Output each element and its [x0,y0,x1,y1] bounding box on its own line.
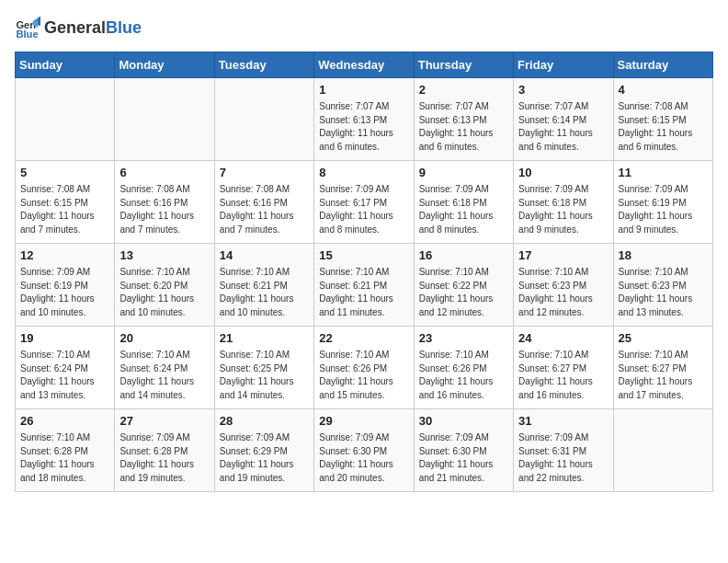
calendar-cell: 12Sunrise: 7:09 AM Sunset: 6:19 PM Dayli… [16,244,115,327]
calendar-cell: 5Sunrise: 7:08 AM Sunset: 6:15 PM Daylig… [16,161,115,244]
day-number: 26 [20,413,109,430]
day-number: 30 [419,413,508,430]
day-number: 9 [419,165,508,181]
cell-info: Sunrise: 7:09 AM Sunset: 6:28 PM Dayligh… [119,431,209,485]
calendar-cell: 28Sunrise: 7:09 AM Sunset: 6:29 PM Dayli… [214,409,313,492]
day-number: 20 [119,330,209,347]
calendar-cell [613,409,712,492]
calendar-cell: 4Sunrise: 7:08 AM Sunset: 6:15 PM Daylig… [613,78,712,161]
day-number: 31 [518,413,608,430]
calendar-table: SundayMondayTuesdayWednesdayThursdayFrid… [15,52,713,492]
cell-info: Sunrise: 7:07 AM Sunset: 6:14 PM Dayligh… [518,100,608,154]
day-number: 12 [20,247,109,264]
cell-info: Sunrise: 7:09 AM Sunset: 6:29 PM Dayligh… [220,431,309,485]
calendar-cell: 15Sunrise: 7:10 AM Sunset: 6:21 PM Dayli… [314,244,414,327]
day-number: 8 [319,165,408,181]
calendar-cell: 26Sunrise: 7:10 AM Sunset: 6:28 PM Dayli… [16,409,115,492]
day-number: 2 [419,82,508,98]
week-row-5: 26Sunrise: 7:10 AM Sunset: 6:28 PM Dayli… [16,409,713,492]
cell-info: Sunrise: 7:07 AM Sunset: 6:13 PM Dayligh… [419,100,508,154]
header-saturday: Saturday [613,52,712,78]
week-row-2: 5Sunrise: 7:08 AM Sunset: 6:15 PM Daylig… [16,161,713,244]
calendar-cell: 31Sunrise: 7:09 AM Sunset: 6:31 PM Dayli… [514,409,613,492]
calendar-cell: 29Sunrise: 7:09 AM Sunset: 6:30 PM Dayli… [314,409,414,492]
logo-icon: Gen Blue [15,15,40,40]
day-number: 15 [319,247,408,264]
day-number: 16 [419,247,508,264]
calendar-cell: 22Sunrise: 7:10 AM Sunset: 6:26 PM Dayli… [314,327,414,409]
day-number: 7 [220,165,309,181]
calendar-cell: 16Sunrise: 7:10 AM Sunset: 6:22 PM Dayli… [414,244,513,327]
calendar-cell: 6Sunrise: 7:08 AM Sunset: 6:16 PM Daylig… [115,161,214,244]
calendar-cell: 2Sunrise: 7:07 AM Sunset: 6:13 PM Daylig… [414,78,513,161]
calendar-cell [16,78,115,161]
cell-info: Sunrise: 7:10 AM Sunset: 6:27 PM Dayligh… [619,349,708,402]
day-number: 5 [20,165,109,181]
cell-info: Sunrise: 7:10 AM Sunset: 6:24 PM Dayligh… [20,349,109,402]
day-number: 4 [619,82,708,98]
cell-info: Sunrise: 7:10 AM Sunset: 6:20 PM Dayligh… [119,266,209,319]
day-number: 13 [119,247,209,264]
calendar-cell: 27Sunrise: 7:09 AM Sunset: 6:28 PM Dayli… [115,409,214,492]
header-friday: Friday [514,52,613,78]
day-number: 28 [220,413,309,430]
cell-info: Sunrise: 7:10 AM Sunset: 6:27 PM Dayligh… [518,349,608,402]
cell-info: Sunrise: 7:10 AM Sunset: 6:22 PM Dayligh… [419,266,508,319]
day-number: 29 [319,413,408,430]
calendar-cell: 11Sunrise: 7:09 AM Sunset: 6:19 PM Dayli… [613,161,712,244]
calendar-cell: 17Sunrise: 7:10 AM Sunset: 6:23 PM Dayli… [514,244,613,327]
cell-info: Sunrise: 7:10 AM Sunset: 6:25 PM Dayligh… [220,349,309,402]
calendar-cell: 25Sunrise: 7:10 AM Sunset: 6:27 PM Dayli… [613,327,712,409]
day-number: 18 [619,247,708,264]
cell-info: Sunrise: 7:08 AM Sunset: 6:16 PM Dayligh… [119,183,209,236]
day-number: 22 [319,330,408,347]
header-monday: Monday [115,52,214,78]
cell-info: Sunrise: 7:10 AM Sunset: 6:28 PM Dayligh… [20,431,109,485]
calendar-cell: 1Sunrise: 7:07 AM Sunset: 6:13 PM Daylig… [314,78,414,161]
cell-info: Sunrise: 7:07 AM Sunset: 6:13 PM Dayligh… [319,100,408,154]
cell-info: Sunrise: 7:10 AM Sunset: 6:23 PM Dayligh… [518,266,608,319]
cell-info: Sunrise: 7:09 AM Sunset: 6:18 PM Dayligh… [419,183,508,236]
calendar-cell: 14Sunrise: 7:10 AM Sunset: 6:21 PM Dayli… [214,244,313,327]
logo: Gen Blue GeneralBlue [15,15,142,40]
logo-blue-text: Blue [106,18,142,37]
day-number: 23 [419,330,508,347]
logo-general-text: General [44,18,106,37]
day-number: 19 [20,330,109,347]
week-row-1: 1Sunrise: 7:07 AM Sunset: 6:13 PM Daylig… [16,78,713,161]
calendar-cell: 9Sunrise: 7:09 AM Sunset: 6:18 PM Daylig… [414,161,513,244]
calendar-cell: 3Sunrise: 7:07 AM Sunset: 6:14 PM Daylig… [514,78,613,161]
cell-info: Sunrise: 7:08 AM Sunset: 6:15 PM Dayligh… [20,183,109,236]
cell-info: Sunrise: 7:10 AM Sunset: 6:21 PM Dayligh… [319,266,408,319]
cell-info: Sunrise: 7:09 AM Sunset: 6:19 PM Dayligh… [20,266,109,319]
header-tuesday: Tuesday [214,52,313,78]
day-number: 17 [518,247,608,264]
header-wednesday: Wednesday [314,52,414,78]
day-number: 11 [619,165,708,181]
calendar-cell: 30Sunrise: 7:09 AM Sunset: 6:30 PM Dayli… [414,409,513,492]
cell-info: Sunrise: 7:10 AM Sunset: 6:23 PM Dayligh… [619,266,708,319]
day-number: 27 [119,413,209,430]
calendar-cell: 19Sunrise: 7:10 AM Sunset: 6:24 PM Dayli… [16,327,115,409]
calendar-cell: 13Sunrise: 7:10 AM Sunset: 6:20 PM Dayli… [115,244,214,327]
calendar-cell [214,78,313,161]
day-number: 14 [220,247,309,264]
header-thursday: Thursday [414,52,513,78]
svg-text:Blue: Blue [16,29,38,40]
cell-info: Sunrise: 7:08 AM Sunset: 6:15 PM Dayligh… [619,100,708,154]
day-number: 3 [518,82,608,98]
day-number: 6 [119,165,209,181]
calendar-cell: 23Sunrise: 7:10 AM Sunset: 6:26 PM Dayli… [414,327,513,409]
day-number: 21 [220,330,309,347]
cell-info: Sunrise: 7:09 AM Sunset: 6:18 PM Dayligh… [518,183,608,236]
header-sunday: Sunday [16,52,115,78]
day-number: 24 [518,330,608,347]
calendar-cell [115,78,214,161]
calendar-cell: 8Sunrise: 7:09 AM Sunset: 6:17 PM Daylig… [314,161,414,244]
cell-info: Sunrise: 7:10 AM Sunset: 6:26 PM Dayligh… [319,349,408,402]
cell-info: Sunrise: 7:10 AM Sunset: 6:21 PM Dayligh… [220,266,309,319]
cell-info: Sunrise: 7:09 AM Sunset: 6:31 PM Dayligh… [518,431,608,485]
day-number: 25 [619,330,708,347]
cell-info: Sunrise: 7:08 AM Sunset: 6:16 PM Dayligh… [220,183,309,236]
calendar-cell: 18Sunrise: 7:10 AM Sunset: 6:23 PM Dayli… [613,244,712,327]
